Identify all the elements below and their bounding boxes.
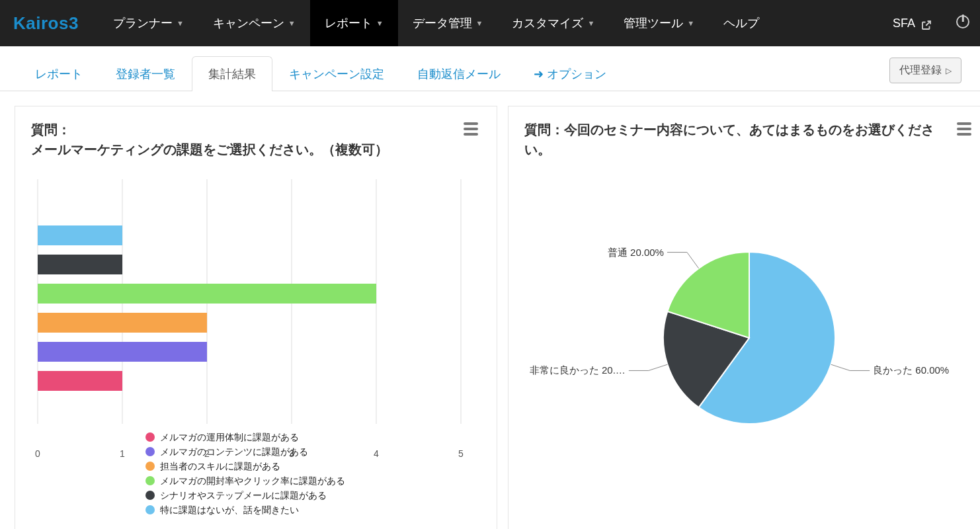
pie-label-良かった: 良かった 60.00% (873, 364, 949, 376)
bar-シナリオやステップメールに課題がある (38, 255, 122, 274)
legend-label: メルマガのコンテンツに課題がある (160, 446, 308, 457)
nav-label: データ管理 (413, 15, 472, 31)
bar-メルマガの運用体制に課題がある (38, 371, 122, 391)
nav-item-管理ツール[interactable]: 管理ツール▼ (609, 0, 709, 46)
charts-row: 質問： メールマーケティングの課題をご選択ください。（複数可） 012345メル… (0, 91, 980, 529)
pie-chart: 良かった 60.00%非常に良かった 20.…普通 20.00% (524, 173, 974, 493)
legend-dot (145, 432, 155, 442)
nav-item-ヘルプ[interactable]: ヘルプ (709, 0, 774, 46)
pie-chart-panel: 質問：今回のセミナー内容について、あてはまるものをお選びください。 良かった 6… (508, 106, 980, 529)
caret-down-icon: ▼ (288, 19, 296, 27)
nav-item-カスタマイズ[interactable]: カスタマイズ▼ (497, 0, 609, 46)
legend-dot (145, 476, 155, 485)
pie-label-非常に良かった: 非常に良かった 20.… (530, 364, 626, 376)
legend-dot (145, 491, 155, 500)
tab-label: 集計結果 (208, 67, 256, 81)
svg-text:1: 1 (120, 448, 125, 459)
proxy-register-button[interactable]: 代理登録 ▷ (889, 58, 961, 83)
caret-down-icon: ▼ (376, 19, 384, 27)
tab-label: レポート (35, 67, 83, 81)
sfa-link[interactable]: SFA (878, 17, 946, 30)
caret-down-icon: ▼ (687, 19, 694, 27)
bar-chart-title: 質問： メールマーケティングの課題をご選択ください。（複数可） (31, 120, 454, 159)
svg-text:4: 4 (374, 448, 379, 459)
external-link-icon (920, 18, 931, 28)
legend-dot (145, 447, 155, 456)
nav-item-キャンペーン[interactable]: キャンペーン▼ (198, 0, 310, 46)
power-icon (956, 15, 969, 28)
legend-label: メルマガの運用体制に課題がある (160, 432, 299, 442)
tab-レポート[interactable]: レポート (19, 56, 99, 91)
tab-label: 自動返信メール (417, 67, 501, 81)
legend-dot (145, 505, 155, 514)
triangle-right-icon: ▷ (946, 66, 952, 75)
tab-登録者一覧[interactable]: 登録者一覧 (99, 56, 192, 91)
legend-label: メルマガの開封率やクリック率に課題がある (160, 475, 345, 486)
tab-label: オプション (547, 67, 606, 81)
bar-メルマガの開封率やクリック率に課題がある (38, 284, 376, 304)
tab-自動返信メール[interactable]: 自動返信メール (401, 56, 517, 91)
power-button[interactable] (946, 15, 980, 31)
proxy-label: 代理登録 (899, 63, 942, 77)
caret-down-icon: ▼ (476, 19, 483, 27)
tab-label: 登録者一覧 (116, 67, 175, 81)
tab-label: キャンペーン設定 (289, 67, 384, 81)
nav-label: キャンペーン (213, 15, 284, 31)
pie-label-普通: 普通 20.00% (608, 247, 664, 258)
nav-label: レポート (325, 15, 372, 31)
legend-label: シナリオやステップメールに課題がある (160, 490, 327, 501)
caret-down-icon: ▼ (587, 19, 594, 27)
nav-item-レポート[interactable]: レポート▼ (310, 0, 398, 46)
nav-label: 管理ツール (624, 15, 683, 31)
bar-特に課題はないが、話を聞きたい (38, 225, 122, 245)
tab-集計結果[interactable]: 集計結果 (192, 56, 272, 91)
main-nav: プランナー▼キャンペーン▼レポート▼データ管理▼カスタマイズ▼管理ツール▼ヘルプ (99, 0, 774, 46)
caret-down-icon: ▼ (177, 19, 184, 27)
tab-オプション[interactable]: ➜ オプション (517, 56, 623, 91)
top-nav: Kairos3 プランナー▼キャンペーン▼レポート▼データ管理▼カスタマイズ▼管… (0, 0, 980, 46)
brand-logo: Kairos3 (0, 13, 99, 34)
svg-text:5: 5 (458, 448, 464, 459)
legend-label: 特に課題はないが、話を聞きたい (160, 505, 299, 515)
pie-chart-title: 質問：今回のセミナー内容について、あてはまるものをお選びください。 (524, 120, 948, 159)
sub-nav: レポート登録者一覧集計結果キャンペーン設定自動返信メール➜ オプション 代理登録… (0, 46, 980, 91)
nav-right: SFA (878, 0, 980, 46)
chart-menu-icon[interactable] (461, 120, 481, 138)
bar-chart-panel: 質問： メールマーケティングの課題をご選択ください。（複数可） 012345メル… (15, 106, 497, 529)
nav-label: プランナー (113, 15, 173, 31)
legend-dot (145, 462, 155, 471)
tab-キャンペーン設定[interactable]: キャンペーン設定 (272, 56, 401, 91)
nav-item-プランナー[interactable]: プランナー▼ (99, 0, 198, 46)
sub-tabs: レポート登録者一覧集計結果キャンペーン設定自動返信メール➜ オプション (19, 56, 623, 91)
nav-label: ヘルプ (723, 15, 759, 31)
sfa-label: SFA (893, 17, 915, 30)
bar-メルマガのコンテンツに課題がある (38, 342, 207, 362)
nav-item-データ管理[interactable]: データ管理▼ (398, 0, 498, 46)
svg-text:0: 0 (35, 448, 40, 459)
legend-label: 担当者のスキルに課題がある (160, 461, 280, 471)
bar-担当者のスキルに課題がある (38, 313, 207, 333)
chart-menu-icon[interactable] (954, 120, 974, 138)
nav-label: カスタマイズ (512, 15, 583, 31)
arrow-right-icon: ➜ (534, 67, 547, 81)
bar-chart: 012345メルマガの運用体制に課題があるメルマガのコンテンツに課題がある担当者… (31, 173, 481, 519)
